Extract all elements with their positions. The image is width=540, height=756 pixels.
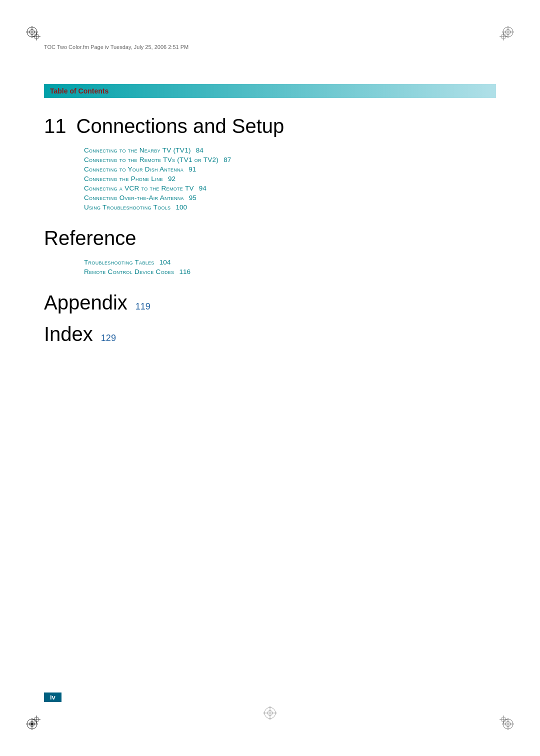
toc-entry-1-text: Connecting to the Nearby TV (TV1) <box>84 146 191 154</box>
ref-entry-2-text: Remote Control Device Codes <box>84 268 174 276</box>
toc-entry-4[interactable]: Connecting the Phone Line 92 <box>84 175 496 182</box>
toc-entry-1-page: 84 <box>196 146 204 154</box>
toc-entry-4-page: 92 <box>168 175 176 182</box>
toc-entry-1[interactable]: Connecting to the Nearby TV (TV1) 84 <box>84 146 496 154</box>
index-heading: Index 129 <box>44 323 496 346</box>
toc-entry-3-text: Connecting to Your Dish Antenna <box>84 166 184 173</box>
corner-mark-bl2 <box>32 716 40 724</box>
ref-entry-2-page: 116 <box>179 268 190 276</box>
chapter11-title: Connections and Setup <box>76 115 284 138</box>
toc-header-title: Table of Contents <box>50 87 108 95</box>
toc-entry-7-page: 100 <box>176 204 187 211</box>
toc-entry-5-text: Connecting a VCR to the Remote TV <box>84 184 194 192</box>
corner-mark-br2 <box>500 716 508 724</box>
page-number-text: iv <box>50 694 56 701</box>
toc-entry-6-text: Connecting Over-the-Air Antenna <box>84 194 184 202</box>
reference-heading: Reference <box>44 227 496 250</box>
toc-entry-6[interactable]: Connecting Over-the-Air Antenna 95 <box>84 194 496 202</box>
toc-entry-2-page: 87 <box>224 156 231 164</box>
reference-title: Reference <box>44 227 136 249</box>
chapter11-entries: Connecting to the Nearby TV (TV1) 84 Con… <box>84 146 496 211</box>
index-page: 129 <box>101 333 116 344</box>
corner-mark-tl2 <box>32 32 40 40</box>
index-title: Index <box>44 323 93 346</box>
file-info: TOC Two Color.fm Page iv Tuesday, July 2… <box>44 44 188 50</box>
toc-entry-5[interactable]: Connecting a VCR to the Remote TV 94 <box>84 184 496 192</box>
toc-entry-6-page: 95 <box>189 194 196 202</box>
toc-entry-7-text: Using Troubleshooting Tools <box>84 204 170 211</box>
ref-entry-2[interactable]: Remote Control Device Codes 116 <box>84 268 496 276</box>
toc-entry-3-page: 91 <box>188 166 196 173</box>
ref-entry-1-page: 104 <box>160 258 171 266</box>
ref-entry-1-text: Troubleshooting Tables <box>84 258 154 266</box>
toc-entry-5-page: 94 <box>199 184 206 192</box>
toc-entry-4-text: Connecting the Phone Line <box>84 175 163 182</box>
appendix-heading: Appendix 119 <box>44 292 496 314</box>
reference-entries: Troubleshooting Tables 104 Remote Contro… <box>84 258 496 276</box>
appendix-page: 119 <box>136 302 150 312</box>
chapter11-heading: 11 Connections and Setup <box>44 115 496 138</box>
toc-header-bar: Table of Contents <box>44 84 496 98</box>
toc-entry-3[interactable]: Connecting to Your Dish Antenna 91 <box>84 166 496 173</box>
center-bottom-mark <box>263 706 277 722</box>
toc-entry-2-text: Connecting to the Remote TVs (TV1 or TV2… <box>84 156 218 164</box>
toc-entry-7[interactable]: Using Troubleshooting Tools 100 <box>84 204 496 211</box>
toc-entry-2[interactable]: Connecting to the Remote TVs (TV1 or TV2… <box>84 156 496 164</box>
main-content: 11 Connections and Setup Connecting to t… <box>44 115 496 354</box>
corner-mark-tr2 <box>500 32 508 40</box>
file-info-text: TOC Two Color.fm Page iv Tuesday, July 2… <box>44 44 188 50</box>
appendix-title: Appendix <box>44 292 128 314</box>
ref-entry-1[interactable]: Troubleshooting Tables 104 <box>84 258 496 266</box>
page-number: iv <box>44 692 62 702</box>
chapter11-number: 11 <box>44 115 66 138</box>
